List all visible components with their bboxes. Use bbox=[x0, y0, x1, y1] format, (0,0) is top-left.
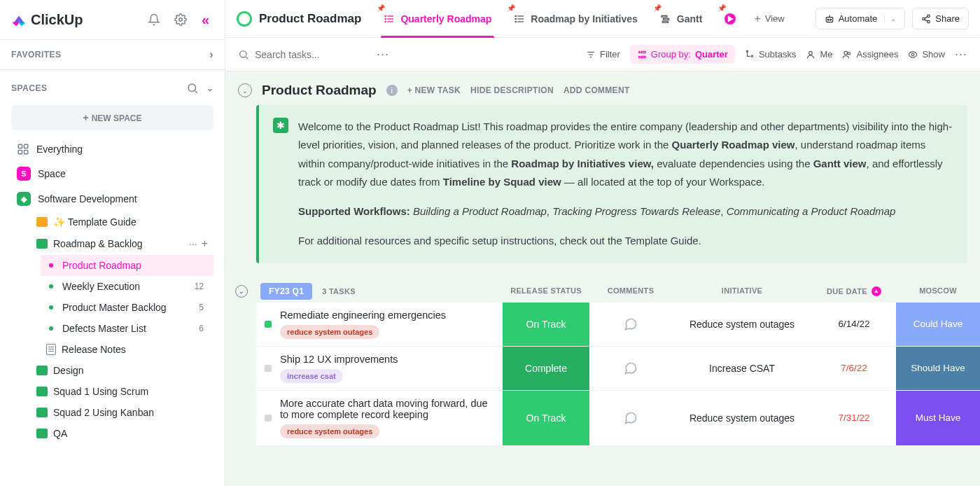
search-spaces-icon[interactable] bbox=[186, 81, 200, 95]
page-title: Product Roadmap bbox=[259, 12, 361, 26]
sidebar-item-weekly-execution[interactable]: Weekly Execution 12 bbox=[41, 276, 214, 297]
collapse-sidebar-icon[interactable]: « bbox=[197, 12, 214, 28]
me-button[interactable]: Me bbox=[806, 49, 832, 60]
initiative-cell[interactable]: Reduce system outages bbox=[672, 391, 812, 445]
moscow-cell[interactable]: Could Have bbox=[896, 303, 980, 346]
task-status-icon[interactable] bbox=[265, 365, 272, 372]
page-title-block[interactable]: Product Roadmap bbox=[237, 11, 371, 27]
svg-line-29 bbox=[925, 19, 927, 20]
spaces-label: SPACES bbox=[11, 83, 178, 93]
col-header-status[interactable]: RELEASE STATUS bbox=[503, 286, 589, 296]
sidebar-item-defects-master-list[interactable]: Defects Master List 6 bbox=[41, 318, 214, 339]
tab-extra-view[interactable]: 📌 bbox=[715, 0, 746, 37]
sidebar-item-release-notes[interactable]: Release Notes bbox=[41, 339, 214, 360]
moscow-cell[interactable]: Must Have bbox=[896, 391, 980, 445]
folder-icon bbox=[36, 366, 48, 375]
col-header-comments[interactable]: COMMENTS bbox=[589, 286, 672, 296]
share-label: Share bbox=[935, 13, 960, 24]
group-by-button[interactable]: Group by: Quarter bbox=[630, 45, 735, 64]
comments-cell[interactable] bbox=[589, 303, 672, 346]
filter-button[interactable]: Filter bbox=[586, 49, 620, 60]
logo[interactable]: ClickUp bbox=[11, 12, 137, 28]
due-date-cell[interactable]: 7/31/22 bbox=[812, 391, 896, 445]
task-row[interactable]: Ship 12 UX improvements increase csat Co… bbox=[256, 347, 980, 391]
release-status-cell[interactable]: On Track bbox=[503, 391, 589, 445]
info-icon[interactable]: i bbox=[386, 85, 398, 96]
show-button[interactable]: Show bbox=[908, 49, 945, 60]
sidebar-item-template-guide[interactable]: ✨ Template Guide bbox=[31, 211, 214, 232]
notifications-icon[interactable] bbox=[144, 10, 164, 29]
sidebar-item-everything[interactable]: Everything bbox=[11, 137, 214, 161]
due-date-cell[interactable]: 6/14/22 bbox=[812, 303, 896, 346]
sidebar-item-qa[interactable]: QA bbox=[31, 423, 214, 444]
add-icon[interactable]: + bbox=[202, 237, 208, 250]
show-label: Show bbox=[922, 49, 945, 60]
due-date-cell[interactable]: 7/6/22 bbox=[812, 347, 896, 390]
search-input[interactable] bbox=[255, 49, 367, 60]
tab-label: Quarterly Roadmap bbox=[400, 13, 491, 25]
hide-description-button[interactable]: HIDE DESCRIPTION bbox=[470, 85, 554, 95]
toolbar-more-icon[interactable]: ··· bbox=[955, 47, 967, 62]
assignees-button[interactable]: Assignees bbox=[842, 49, 898, 60]
pin-icon: 📌 bbox=[718, 4, 729, 15]
tab-quarterly-roadmap[interactable]: 📌 Quarterly Roadmap bbox=[374, 0, 501, 37]
sidebar-item-software-dev[interactable]: ◆ Software Development bbox=[11, 186, 214, 211]
comments-cell[interactable] bbox=[589, 347, 672, 390]
task-status-icon[interactable] bbox=[265, 415, 272, 422]
new-space-button[interactable]: +NEW SPACE bbox=[11, 105, 214, 130]
me-label: Me bbox=[820, 49, 832, 60]
col-header-initiative[interactable]: INITIATIVE bbox=[672, 286, 812, 296]
collapse-group-icon[interactable]: ⌄ bbox=[235, 285, 248, 298]
add-view-button[interactable]: +View bbox=[748, 8, 790, 29]
share-button[interactable]: Share bbox=[912, 8, 969, 29]
release-status-cell[interactable]: Complete bbox=[503, 347, 589, 390]
list-dot-icon bbox=[49, 263, 53, 268]
star-icon: ✱ bbox=[273, 118, 288, 133]
task-row[interactable]: Remediate engineering emergencies reduce… bbox=[256, 303, 980, 347]
svg-rect-5 bbox=[24, 151, 28, 154]
svg-point-40 bbox=[809, 51, 813, 55]
tab-roadmap-by-initiatives[interactable]: 📌 Roadmap by Initiatives bbox=[504, 0, 647, 37]
new-task-button[interactable]: + NEW TASK bbox=[407, 85, 461, 95]
settings-icon[interactable] bbox=[171, 10, 190, 29]
task-row[interactable]: More accurate chart data moving forward,… bbox=[256, 391, 980, 446]
release-status-cell[interactable]: On Track bbox=[503, 303, 589, 346]
favorites-header[interactable]: FAVORITES › bbox=[11, 48, 214, 61]
initiative-cell[interactable]: Reduce system outages bbox=[672, 303, 812, 346]
subtasks-button[interactable]: Subtasks bbox=[745, 49, 796, 60]
search-more-icon[interactable]: ··· bbox=[377, 47, 389, 62]
subtasks-label: Subtasks bbox=[759, 49, 796, 60]
sidebar-item-product-roadmap[interactable]: Product Roadmap bbox=[41, 255, 214, 276]
chevron-down-icon[interactable]: ⌄ bbox=[884, 15, 896, 22]
description-box: ✱ Welcome to the Product Roadmap List! T… bbox=[256, 105, 967, 263]
task-tag[interactable]: increase csat bbox=[280, 369, 343, 383]
comments-cell[interactable] bbox=[589, 391, 672, 445]
initiative-cell[interactable]: Increase CSAT bbox=[672, 347, 812, 390]
search-tasks[interactable] bbox=[238, 49, 367, 60]
collapse-list-icon[interactable]: ⌄ bbox=[238, 83, 252, 97]
task-group: ⌄ FY23 Q1 3 TASKS RELEASE STATUS COMMENT… bbox=[238, 280, 980, 446]
svg-point-27 bbox=[927, 20, 930, 23]
sidebar-item-design[interactable]: Design bbox=[31, 360, 214, 381]
svg-point-10 bbox=[385, 18, 386, 19]
chevron-down-icon[interactable]: ⌄ bbox=[206, 83, 214, 93]
group-chip[interactable]: FY23 Q1 bbox=[260, 283, 312, 300]
sidebar-item-product-master-backlog[interactable]: Product Master Backlog 5 bbox=[41, 297, 214, 318]
sidebar-item-space[interactable]: S Space bbox=[11, 161, 214, 186]
task-status-icon[interactable] bbox=[265, 321, 272, 328]
task-tag[interactable]: reduce system outages bbox=[280, 325, 379, 339]
sidebar-item-squad-1[interactable]: Squad 1 Using Scrum bbox=[31, 381, 214, 402]
task-tag[interactable]: reduce system outages bbox=[280, 424, 379, 438]
col-header-due-date[interactable]: DUE DATE▲ bbox=[812, 286, 896, 296]
svg-rect-3 bbox=[24, 144, 28, 148]
subtask-icon bbox=[745, 50, 755, 60]
col-header-moscow[interactable]: MOSCOW bbox=[896, 286, 980, 296]
sidebar-item-squad-2[interactable]: Squad 2 Using Kanban bbox=[31, 402, 214, 423]
add-comment-button[interactable]: ADD COMMENT bbox=[564, 85, 630, 95]
tab-gantt[interactable]: 📌 Gantt bbox=[650, 0, 713, 37]
sidebar-item-roadmap-backlog[interactable]: Roadmap & Backlog ··· + bbox=[31, 232, 214, 255]
moscow-cell[interactable]: Should Have bbox=[896, 347, 980, 390]
more-icon[interactable]: ··· bbox=[189, 238, 197, 249]
folder-icon bbox=[36, 387, 48, 396]
automate-button[interactable]: Automate ⌄ bbox=[816, 8, 906, 29]
